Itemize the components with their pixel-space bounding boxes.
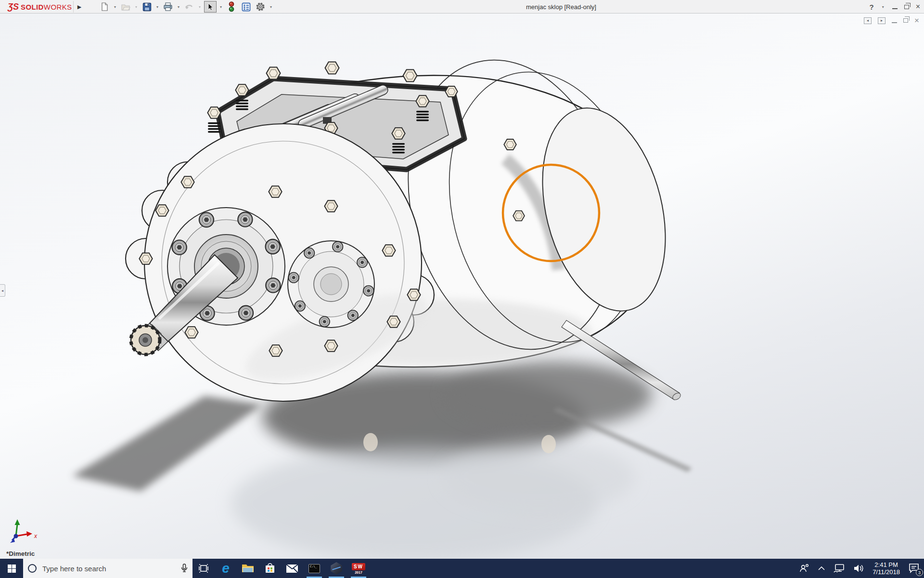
speaker-icon [854,564,864,573]
doc-close-button[interactable]: × [914,16,919,25]
print-icon [163,2,173,12]
cortana-icon [28,564,37,573]
traffic-light-icon [228,1,235,12]
minimize-button[interactable] [892,8,898,9]
taskbar-item-store[interactable] [259,559,281,578]
taskbar-item-file-explorer[interactable] [237,559,259,578]
model-reflection [231,433,635,559]
taskbar-item-cmd[interactable]: C:\_ [303,559,325,578]
new-dropdown[interactable]: ▾ [113,5,117,9]
options-gear-icon [256,2,265,12]
search-input[interactable] [41,564,176,573]
print-button[interactable] [162,1,174,13]
taskbar-clock[interactable]: 2:41 PM 7/11/2018 [869,559,904,578]
windows-logo-icon [8,565,16,573]
feature-manager-collapsed-tab[interactable]: ◂ [0,284,5,297]
microsoft-store-icon [264,563,276,574]
network-display-icon [834,564,845,573]
edge-icon: e [222,562,230,575]
logo-separator [73,1,74,13]
mail-icon [286,564,298,573]
dock-left-button[interactable]: ◂ [864,17,872,24]
open-document-button[interactable] [119,1,132,13]
microphone-icon[interactable] [181,564,188,573]
gearbox-model [126,38,685,401]
triad-x-label: x [34,533,38,539]
select-tool-button[interactable] [204,1,217,13]
properties-list-icon [242,2,251,12]
close-button[interactable]: × [916,3,920,11]
taskbar-search[interactable] [23,559,192,578]
hexagon-app-icon [330,562,343,575]
save-button[interactable] [141,1,153,13]
command-prompt-icon: C:\_ [308,564,320,573]
doc-minimize-button[interactable] [892,22,897,23]
people-button[interactable] [795,559,814,578]
taskbar-item-solidworks[interactable]: SW 2017 [347,559,370,578]
notification-badge: 3 [916,569,923,576]
solidworks-2017-icon: SW 2017 [352,563,365,574]
taskbar-item-mail[interactable] [281,559,303,578]
quick-access-toolbar: ▾ ▾ ▾ [98,1,273,13]
3d-viewport[interactable]: x [0,13,924,559]
volume-button[interactable] [849,559,869,578]
options-button[interactable] [254,1,267,13]
help-button[interactable]: ? [869,3,873,11]
view-orientation-label: *Dimetric [6,550,35,557]
save-floppy-icon [142,2,152,12]
tray-overflow-button[interactable] [814,559,829,578]
network-button[interactable] [829,559,849,578]
document-window-controls: ◂ ▸ × [864,16,919,25]
open-dropdown[interactable]: ▾ [134,5,139,9]
people-icon [799,564,809,573]
display-pane-button[interactable] [240,1,252,13]
rebuild-button[interactable] [225,1,238,13]
solidworks-window: ƷS SOLIDWORKS ▶ ▾ ▾ [0,0,924,578]
graphics-area: x ◂ ▸ × ◂ *Dimetric [0,13,924,559]
dock-right-button[interactable]: ▸ [878,17,886,24]
orientation-triad: x [10,519,38,543]
undo-dropdown[interactable]: ▾ [197,5,202,9]
solidworks-logo: ƷS SOLIDWORKS [8,1,72,12]
open-folder-icon [121,2,130,11]
menu-flyout-button[interactable]: ▶ [76,1,83,12]
tray-date: 7/11/2018 [873,568,900,576]
undo-arrow-icon [184,2,194,11]
chevron-up-icon [818,566,825,570]
undo-button[interactable] [183,1,195,13]
task-view-icon [199,564,208,573]
restore-button[interactable] [904,5,909,9]
window-controls: ? ▾ × [869,0,920,13]
document-title: menjac sklop [Read-only] [526,3,596,11]
taskbar-item-edge[interactable]: e [215,559,237,578]
select-cursor-icon [206,2,215,11]
doc-restore-button[interactable] [903,18,908,23]
file-explorer-icon [242,563,254,574]
secondary-bearing-cover [288,241,374,328]
solidworks-logo-text: SOLIDWORKS [21,3,72,11]
options-dropdown[interactable]: ▾ [269,5,273,9]
start-button[interactable] [0,559,23,578]
select-dropdown[interactable]: ▾ [218,5,223,9]
solidworks-logo-mark: ƷS [8,2,19,11]
system-tray: 2:41 PM 7/11/2018 3 [795,559,924,578]
help-dropdown[interactable]: ▾ [881,5,886,9]
action-center-button[interactable]: 3 [904,559,924,578]
windows-taskbar: e C:\_ [0,559,924,578]
new-document-icon [100,2,109,11]
task-view-button[interactable] [192,559,215,578]
print-dropdown[interactable]: ▾ [176,5,181,9]
tray-time: 2:41 PM [874,561,898,568]
new-document-button[interactable] [98,1,111,13]
title-bar: ƷS SOLIDWORKS ▶ ▾ ▾ [0,0,924,13]
taskbar-item-edrawings[interactable] [325,559,347,578]
save-dropdown[interactable]: ▾ [155,5,160,9]
